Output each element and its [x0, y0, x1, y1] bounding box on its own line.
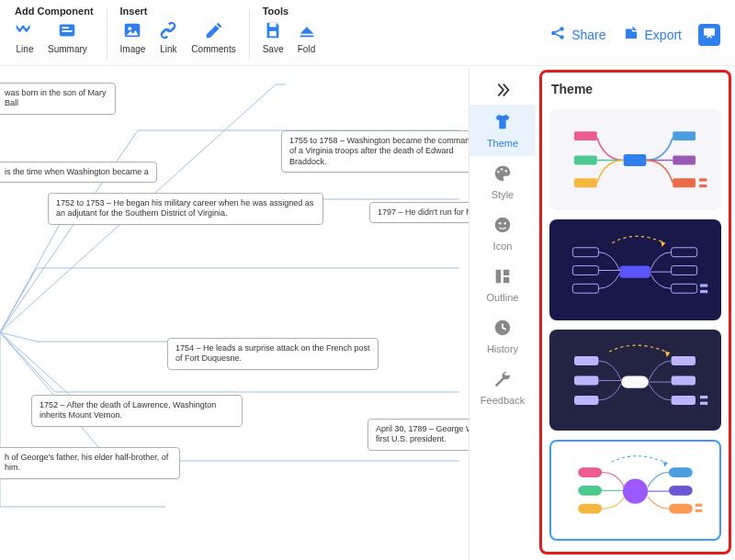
main-area: was born in the son of Mary Ball is the …	[0, 66, 735, 560]
sidebar-tab-history[interactable]: History	[469, 310, 536, 362]
mindmap-node[interactable]: h of George's father, his elder half-bro…	[0, 447, 180, 479]
svg-point-8	[551, 31, 556, 36]
theme-option-classic-light[interactable]	[549, 109, 721, 210]
sidebar-tabs: Theme Style Icon Outline History Feedbac…	[469, 68, 536, 560]
smiley-icon	[492, 215, 513, 239]
share-button[interactable]: Share	[549, 25, 605, 44]
svg-rect-50	[578, 468, 602, 478]
comments-button[interactable]: Comments	[189, 20, 237, 54]
theme-preview-icon	[556, 335, 714, 426]
svg-rect-56	[695, 504, 703, 507]
svg-point-14	[504, 170, 506, 172]
export-button[interactable]: Export	[623, 25, 682, 44]
summary-icon	[57, 20, 77, 40]
group-title-tools: Tools	[261, 4, 319, 20]
tab-label: Feedback	[481, 395, 525, 406]
node-text: 1754 – He leads a surprise attack on the…	[175, 343, 370, 363]
image-label: Image	[120, 44, 146, 54]
group-insert: Insert Image Link Comments	[115, 4, 242, 65]
mindmap-node[interactable]: 1755 to 1758 – Washington became the com…	[281, 130, 492, 173]
theme-option-navy-dark[interactable]	[549, 330, 721, 431]
svg-point-13	[501, 168, 503, 170]
sidebar-tab-style[interactable]: Style	[469, 156, 536, 207]
svg-point-16	[499, 222, 502, 225]
link-icon	[158, 20, 178, 40]
svg-rect-45	[672, 375, 695, 385]
tab-label: Outline	[487, 292, 519, 303]
mindmap-node[interactable]: 1752 to 1753 – He began his military car…	[48, 193, 323, 225]
tab-label: Icon	[493, 241, 513, 252]
summary-label: Summary	[48, 44, 87, 54]
toolbar-divider	[107, 9, 107, 60]
theme-preview-icon	[556, 225, 714, 316]
node-text: 1797 – He didn't run for his	[378, 207, 477, 217]
svg-rect-2	[62, 30, 73, 32]
svg-rect-35	[672, 247, 697, 256]
right-sidebar: Theme Style Icon Outline History Feedbac…	[469, 68, 735, 560]
node-text: April 30, 1789 – George Was first U.S. p…	[376, 424, 482, 443]
panel-title: Theme	[549, 80, 721, 100]
mindmap-node[interactable]: 1754 – He leads a surprise attack on the…	[167, 338, 379, 370]
tab-label: Style	[492, 189, 514, 200]
svg-rect-48	[700, 401, 707, 404]
summary-button[interactable]: Summary	[46, 20, 89, 54]
image-button[interactable]: Image	[119, 20, 148, 54]
image-icon	[122, 20, 142, 40]
svg-rect-51	[578, 486, 602, 496]
save-label: Save	[263, 44, 284, 54]
mindmap-node[interactable]: was born in the son of Mary Ball	[0, 83, 116, 115]
svg-rect-43	[575, 396, 599, 405]
svg-rect-22	[624, 153, 647, 165]
fold-label: Fold	[298, 44, 315, 54]
svg-rect-29	[700, 178, 707, 181]
svg-rect-54	[669, 486, 693, 496]
node-text: 1752 – After the death of Lawrence, Wash…	[40, 400, 216, 420]
svg-rect-33	[573, 265, 599, 274]
export-label: Export	[645, 28, 682, 42]
mindmap-node[interactable]: is the time when Washington became a	[0, 162, 157, 183]
clock-icon	[492, 318, 513, 342]
svg-rect-55	[669, 504, 693, 514]
presentation-button[interactable]	[698, 24, 720, 46]
svg-rect-44	[672, 356, 695, 365]
sidebar-tab-outline[interactable]: Outline	[469, 259, 536, 310]
svg-point-49	[623, 479, 648, 504]
theme-option-playful-color[interactable]	[549, 440, 721, 541]
svg-rect-38	[700, 284, 707, 286]
svg-rect-25	[575, 178, 598, 187]
save-button[interactable]: Save	[261, 20, 286, 54]
svg-rect-34	[573, 284, 599, 293]
fold-button[interactable]: Fold	[295, 20, 319, 54]
svg-rect-57	[695, 510, 703, 512]
sidebar-tab-icon[interactable]: Icon	[469, 207, 536, 259]
svg-rect-47	[700, 396, 707, 398]
svg-rect-53	[669, 468, 693, 478]
svg-rect-11	[704, 28, 715, 35]
theme-option-indigo-dark[interactable]	[549, 219, 721, 320]
sidebar-panel: Theme	[536, 68, 735, 560]
save-icon	[263, 20, 283, 40]
svg-rect-18	[496, 270, 502, 284]
group-title-insert: Insert	[119, 4, 238, 20]
sidebar-tab-theme[interactable]: Theme	[469, 105, 536, 156]
wrench-icon	[492, 369, 513, 393]
group-add-component: Add Component Line Summary	[9, 4, 99, 65]
svg-point-15	[495, 218, 511, 233]
svg-rect-40	[622, 375, 650, 387]
link-button[interactable]: Link	[156, 20, 180, 54]
comments-label: Comments	[191, 44, 235, 54]
svg-rect-41	[575, 356, 599, 365]
line-button[interactable]: Line	[13, 20, 37, 54]
tshirt-icon	[492, 112, 513, 136]
collapse-sidebar-button[interactable]	[469, 75, 536, 105]
sidebar-tab-feedback[interactable]: Feedback	[469, 362, 536, 413]
svg-rect-1	[62, 27, 69, 28]
svg-rect-46	[672, 396, 695, 405]
mindmap-node[interactable]: 1797 – He didn't run for his	[369, 202, 485, 223]
outline-icon	[492, 266, 513, 290]
svg-point-10	[560, 35, 564, 39]
pencil-icon	[204, 20, 224, 40]
share-label: Share	[571, 28, 605, 42]
mindmap-node[interactable]: 1752 – After the death of Lawrence, Wash…	[31, 395, 243, 427]
tab-label: History	[487, 343, 518, 354]
